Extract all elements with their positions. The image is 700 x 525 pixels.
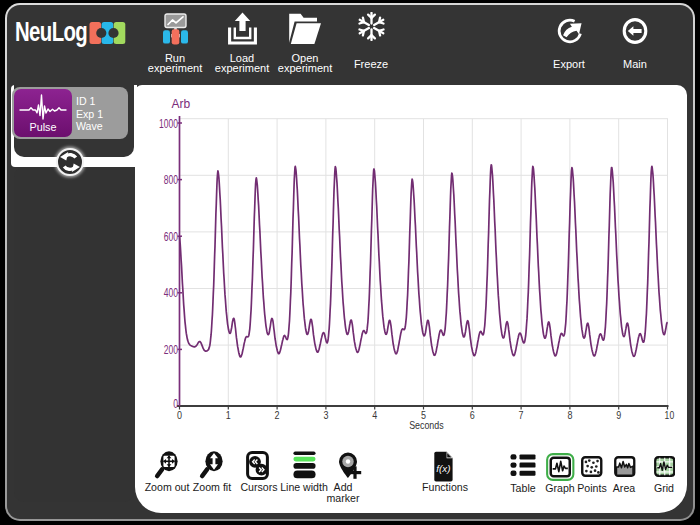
svg-text:0: 0 xyxy=(173,397,178,411)
svg-text:7: 7 xyxy=(519,409,524,421)
svg-text:8: 8 xyxy=(567,409,572,421)
svg-text:4: 4 xyxy=(372,409,377,421)
svg-text:3: 3 xyxy=(323,409,328,421)
svg-text:f(x): f(x) xyxy=(436,463,450,474)
svg-text:200: 200 xyxy=(164,343,178,357)
svg-text:6: 6 xyxy=(470,409,475,421)
svg-text:Arb: Arb xyxy=(172,97,191,111)
svg-text:400: 400 xyxy=(164,286,178,300)
svg-text:9: 9 xyxy=(616,409,621,421)
svg-text:600: 600 xyxy=(164,230,178,244)
svg-text:1000: 1000 xyxy=(159,117,178,131)
svg-text:5: 5 xyxy=(421,409,426,421)
svg-text:800: 800 xyxy=(164,173,178,187)
svg-text:10: 10 xyxy=(665,409,675,421)
svg-text:1: 1 xyxy=(226,409,231,421)
svg-text:2: 2 xyxy=(275,409,280,421)
svg-text:Seconds: Seconds xyxy=(409,420,444,431)
